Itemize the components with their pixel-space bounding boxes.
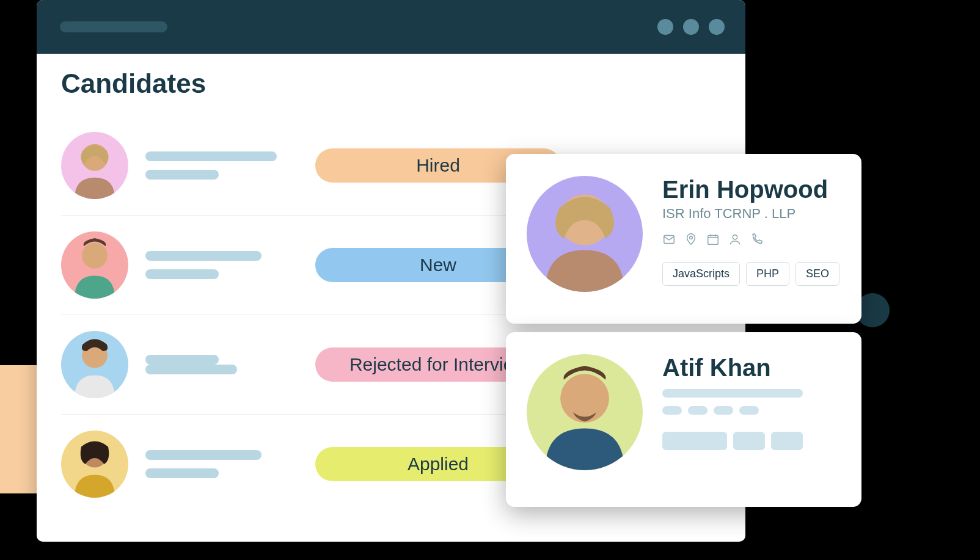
user-icon[interactable] xyxy=(728,233,742,246)
avatar xyxy=(61,132,128,199)
skill-tags: JavaScripts PHP SEO xyxy=(662,262,841,286)
window-dot[interactable] xyxy=(709,19,725,35)
titlebar xyxy=(37,0,745,54)
window-controls xyxy=(657,19,725,35)
svg-point-9 xyxy=(560,374,609,423)
location-icon[interactable] xyxy=(684,233,698,246)
candidate-company: ISR Info TCRNP . LLP xyxy=(662,206,841,222)
avatar xyxy=(527,176,643,292)
window-dot[interactable] xyxy=(657,19,673,35)
svg-point-6 xyxy=(690,236,693,239)
candidate-name: Erin Hopwood xyxy=(662,176,841,203)
svg-rect-5 xyxy=(664,236,675,244)
avatar xyxy=(61,231,128,299)
window-dot[interactable] xyxy=(683,19,699,35)
svg-point-1 xyxy=(82,243,108,269)
name-placeholder xyxy=(145,450,298,478)
contact-icons xyxy=(662,233,841,246)
mail-icon[interactable] xyxy=(662,233,676,246)
skill-tag[interactable]: JavaScripts xyxy=(662,262,740,286)
title-placeholder xyxy=(60,21,167,32)
page-title: Candidates xyxy=(61,68,721,99)
avatar xyxy=(61,431,128,498)
candidate-card[interactable]: Erin Hopwood ISR Info TCRNP . LLP JavaSc… xyxy=(506,154,861,324)
skill-tag[interactable]: PHP xyxy=(746,262,789,286)
avatar xyxy=(61,331,128,398)
card-body: Atif Khan xyxy=(662,351,841,486)
candidate-card[interactable]: Atif Khan xyxy=(506,332,861,507)
phone-icon[interactable] xyxy=(750,233,764,246)
placeholder-block xyxy=(662,389,841,450)
avatar xyxy=(527,354,643,470)
name-placeholder xyxy=(145,355,298,374)
name-placeholder xyxy=(145,151,298,180)
skill-tag[interactable]: SEO xyxy=(795,262,839,286)
candidate-name: Atif Khan xyxy=(662,354,841,382)
svg-rect-7 xyxy=(708,236,719,245)
card-body: Erin Hopwood ISR Info TCRNP . LLP JavaSc… xyxy=(662,172,841,303)
svg-point-8 xyxy=(733,235,737,239)
calendar-icon[interactable] xyxy=(706,233,720,246)
name-placeholder xyxy=(145,251,298,279)
